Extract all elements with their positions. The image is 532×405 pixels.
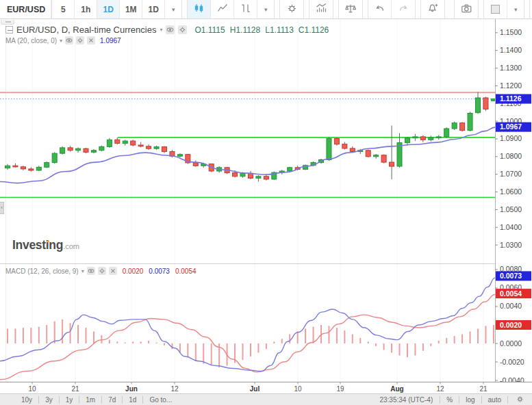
macd-visibility-button[interactable] — [87, 267, 95, 275]
ma-remove-button[interactable] — [87, 36, 95, 44]
bars-chart-button[interactable] — [234, 0, 257, 18]
range-1y-button[interactable]: 1y — [60, 396, 80, 404]
scales-icon — [345, 3, 356, 16]
goto-button[interactable]: Go to... — [143, 396, 178, 404]
alert-button[interactable] — [421, 0, 444, 18]
macd-values: 0.0020 0.0073 0.0054 — [123, 267, 197, 275]
svg-text:21: 21 — [71, 385, 79, 393]
svg-text:1.1200: 1.1200 — [500, 81, 522, 90]
settings-button[interactable] — [280, 0, 303, 18]
svg-text:1.1126: 1.1126 — [500, 94, 522, 103]
low-value: L1.1113 — [265, 25, 294, 35]
undo-button[interactable] — [368, 0, 392, 18]
line-chart-button[interactable] — [211, 0, 234, 18]
svg-text:12: 12 — [436, 385, 444, 393]
timeframe-group: 5 1h 1D 1M 1D ▾ — [51, 0, 182, 18]
macd-line — [0, 278, 495, 371]
timeframe-1h[interactable]: 1h — [75, 0, 97, 18]
screenshot-button[interactable] — [455, 0, 478, 18]
timeframe-1m[interactable]: 1M — [120, 0, 142, 18]
svg-text:1.0500: 1.0500 — [500, 205, 522, 213]
toolbar-collapse-tab[interactable] — [1, 20, 14, 25]
timeframe-1d-active[interactable]: 1D — [97, 0, 120, 18]
eye-icon — [66, 34, 73, 47]
gear-icon — [516, 395, 524, 404]
ma-caret[interactable]: ▾ — [60, 38, 62, 44]
drawing-toolbar-handle[interactable]: ‹ — [0, 202, 4, 214]
color-swatch-icon — [491, 5, 500, 14]
svg-text:12: 12 — [170, 385, 179, 393]
chart-area: 1.15001.14001.13001.12001.11001.10001.09… — [0, 19, 532, 393]
logo-orange-dot — [47, 240, 50, 243]
svg-text:1.1300: 1.1300 — [500, 64, 522, 72]
compare-button[interactable] — [339, 0, 362, 18]
svg-text:0.0020: 0.0020 — [500, 321, 522, 329]
chart-type-dropdown-caret[interactable]: ▾ — [257, 0, 274, 18]
svg-text:-0.0020: -0.0020 — [500, 358, 524, 366]
svg-text:1.1400: 1.1400 — [500, 46, 522, 54]
clock-display: 23:35:34 (UTC-4) — [372, 396, 440, 404]
close-icon — [110, 265, 116, 277]
chart-application: EUR/USD 5 1h 1D 1M 1D ▾ ▾ — [0, 0, 532, 405]
percent-scale-button[interactable]: % — [440, 396, 459, 404]
ma-legend-row: MA (20, close, 0) ▾ 1.0967 — [5, 36, 121, 44]
macd-legend-row: MACD (12, 26, close, 9) ▾ 0.0020 0.0073 … — [5, 267, 197, 275]
macd-histogram-value: 0.0020 — [123, 267, 144, 275]
symbol-button[interactable]: EUR/USD — [0, 0, 51, 18]
high-value: H1.1128 — [230, 25, 260, 35]
svg-text:1.0600: 1.0600 — [500, 187, 522, 196]
price-levels — [0, 92, 495, 197]
macd-caret[interactable]: ▾ — [81, 268, 84, 274]
chart-type-group: ▾ — [187, 0, 275, 18]
svg-text:0.0040: 0.0040 — [500, 302, 522, 310]
eye-icon — [166, 24, 174, 36]
log-scale-button[interactable]: log — [459, 396, 481, 404]
range-7d-button[interactable]: 7d — [102, 396, 123, 404]
macd-line-value: 0.0073 — [149, 267, 170, 275]
bottom-right-controls: 23:35:34 (UTC-4) % log auto — [372, 395, 532, 404]
svg-text:21: 21 — [479, 385, 487, 393]
svg-text:1.0800: 1.0800 — [500, 152, 522, 160]
svg-text:Jun: Jun — [125, 385, 138, 393]
timeframe-1d2[interactable]: 1D — [142, 0, 165, 18]
range-3y-button[interactable]: 3y — [39, 396, 60, 404]
bars-chart-icon — [240, 3, 251, 16]
macd-settings-button[interactable] — [98, 267, 106, 275]
series-visibility-button[interactable] — [166, 25, 175, 34]
undo-icon — [375, 3, 385, 16]
svg-text:1.0900: 1.0900 — [500, 134, 522, 142]
line-chart-icon — [217, 3, 228, 16]
macd-label[interactable]: MACD (12, 26, close, 9) — [5, 267, 79, 275]
range-1m-button[interactable]: 1m — [79, 396, 102, 404]
range-1d-button[interactable]: 1d — [123, 396, 143, 404]
redo-icon — [398, 3, 409, 16]
range-10y-button[interactable]: 10y — [15, 396, 39, 404]
indicators-button[interactable] — [309, 0, 333, 18]
auto-scale-button[interactable]: auto — [482, 396, 508, 404]
redo-button[interactable] — [392, 0, 415, 18]
gear-icon — [286, 3, 298, 16]
svg-text:1.0400: 1.0400 — [500, 223, 522, 231]
svg-text:0.0054: 0.0054 — [500, 289, 522, 298]
price-axis: 1.15001.14001.13001.12001.11001.10001.09… — [495, 19, 532, 384]
eye-icon — [88, 265, 94, 277]
close-icon — [88, 34, 94, 47]
macd-histogram — [8, 319, 494, 367]
axis-settings-button[interactable] — [508, 395, 532, 404]
chart-title[interactable]: EUR/USD, D, Real-time Currencies — [16, 25, 156, 35]
ma-label[interactable]: MA (20, close, 0) — [5, 37, 57, 44]
background-color-button[interactable] — [484, 0, 507, 18]
candlestick-chart-button[interactable] — [188, 0, 211, 18]
svg-text:19: 19 — [336, 385, 344, 393]
collapse-pane-icon[interactable] — [5, 26, 13, 34]
timeframe-5[interactable]: 5 — [52, 0, 75, 18]
ma-visibility-button[interactable] — [65, 36, 73, 44]
chart-canvas[interactable]: 1.15001.14001.13001.12001.11001.10001.09… — [0, 19, 532, 393]
bell-plus-icon — [427, 3, 439, 16]
chart-title-caret[interactable]: ▾ — [160, 27, 162, 33]
macd-remove-button[interactable] — [109, 267, 117, 275]
series-settings-button[interactable] — [178, 25, 187, 34]
timeframe-dropdown-caret[interactable]: ▾ — [165, 0, 181, 18]
ma-settings-button[interactable] — [76, 36, 84, 44]
background-color-caret[interactable]: ▾ — [507, 0, 524, 18]
